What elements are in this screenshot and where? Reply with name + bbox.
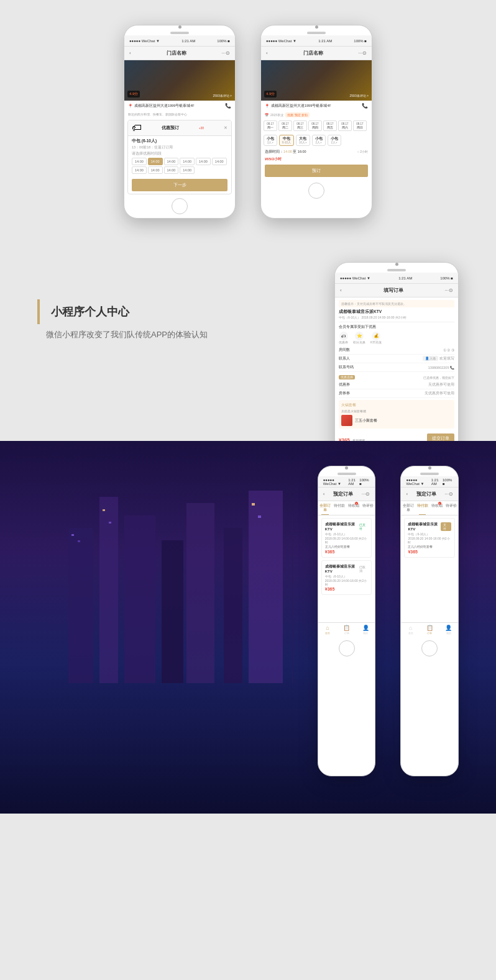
slot-6[interactable]: 14:00: [212, 158, 227, 165]
home-button-4[interactable]: [339, 640, 355, 656]
slot-5[interactable]: 14:00: [196, 158, 211, 165]
middle-text: 小程序个人中心 微信小程序改变了我们队传统APP的体验认知: [37, 262, 310, 340]
nav-title-1: 门店名称: [131, 50, 222, 57]
profile-label-left: 我的: [363, 632, 368, 635]
title-row: 小程序个人中心: [37, 299, 310, 324]
slot-2[interactable]: 14:00: [148, 158, 163, 165]
spacer-right: [401, 560, 458, 622]
slot-7[interactable]: 14:00: [132, 166, 147, 174]
svg-rect-7: [249, 491, 283, 683]
room-stepper[interactable]: ① ② ③: [443, 348, 454, 352]
next-button-1[interactable]: 下一步: [132, 179, 227, 191]
slot-10[interactable]: 14:00: [180, 166, 195, 174]
target-icon-1[interactable]: ⊙: [226, 50, 230, 56]
dialog-icon-1: 🏷: [132, 122, 142, 134]
dialog-close-1[interactable]: ✕: [224, 125, 227, 130]
home-button-2[interactable]: [308, 183, 324, 199]
pkg-tab-small1[interactable]: 小包2人+: [264, 135, 277, 146]
svg-rect-18: [109, 522, 111, 524]
status-bar-5: ●●●●● WeChat ▼ 1:21 AM 100% ■: [401, 476, 458, 488]
slot-4[interactable]: 14:00: [180, 158, 195, 165]
svg-rect-17: [103, 509, 105, 511]
speaker-2: [307, 32, 326, 34]
tab-pending-right[interactable]: 待付款: [415, 501, 429, 515]
tab-all-left[interactable]: 全部订单: [318, 501, 333, 515]
order-right-1-food: 正儿八经好吃套餐: [408, 545, 451, 548]
nav-order-left[interactable]: 📋 订单: [337, 625, 356, 635]
voucher-row: 房券券 无优惠房券可使用: [339, 389, 454, 398]
contact-row: 联系人 👤 入场 欢迎填写: [339, 355, 454, 363]
tab-waiting-left[interactable]: 待欢唱 ●: [347, 501, 361, 515]
slot-3[interactable]: 14:00: [164, 158, 179, 165]
target-icon-3[interactable]: ⊙: [449, 288, 453, 293]
date-tab-6[interactable]: 08.17周六: [338, 120, 352, 131]
more-icon-3[interactable]: ···: [444, 288, 449, 293]
tab-all-right[interactable]: 全部订单: [401, 501, 415, 515]
nav-profile-left[interactable]: 👤 我的: [356, 625, 375, 635]
nav-home-right[interactable]: ⌂ 首页: [401, 625, 420, 635]
slot-8[interactable]: 14:00: [148, 166, 163, 174]
tab-review-left[interactable]: 待评价: [361, 501, 375, 515]
promo-tag[interactable]: 优惠选择: [339, 375, 355, 379]
pkg-tab-small2[interactable]: 小包2人+: [312, 135, 326, 146]
book-button[interactable]: 预订: [265, 165, 368, 177]
dialog-body-1: 中包 (6-10人) 13：00前18：住返订订用 请选择优惠时间段 14:00…: [128, 136, 231, 194]
slot-9[interactable]: 14:00: [164, 166, 179, 174]
date-tab-1[interactable]: 08.17周一: [264, 120, 277, 131]
section-subtitle: 微信小程序改变了我们队传统APP的体验认知: [46, 329, 310, 340]
tab-pending-left[interactable]: 待付款: [333, 501, 347, 515]
phone-edit-icon[interactable]: 📞: [450, 366, 454, 370]
date-tab-3[interactable]: 08.17周三: [293, 120, 307, 131]
svg-rect-15: [71, 534, 74, 536]
signal-5: ●●●●● WeChat ▼: [406, 478, 431, 486]
nav-profile-right[interactable]: 👤 我的: [439, 625, 458, 635]
tab-waiting-right[interactable]: 待欢唱 ●: [429, 501, 444, 515]
kcoin-icon-item: 💰 K币充值: [370, 332, 382, 344]
date-tab-4[interactable]: 08.17周四: [308, 120, 322, 131]
more-icon-2[interactable]: ···: [358, 50, 362, 56]
nav-order-right[interactable]: 📋 订单: [420, 625, 439, 635]
camera-5: [428, 466, 431, 470]
nav-title-2: 门店名称: [268, 50, 359, 57]
home-button-5[interactable]: [421, 640, 438, 656]
hotpot-item-row: 三五小聚套餐: [341, 415, 452, 426]
date-tab-2[interactable]: 08.17周二: [278, 120, 292, 131]
address-row-2: 📍 成都高新区益州大道1999号银泰城4F 📞: [261, 101, 372, 111]
tags-1: 附近的西方料理、快餐车、新国际会客中心: [124, 111, 235, 117]
order-right-1-status[interactable]: 支付: [441, 522, 451, 531]
booking-dialog-1: 🏷 优惠预订 +38 ✕ 中包 (6-10人) 13：00前18：住返订订用 请…: [127, 120, 232, 194]
phone-icon-1[interactable]: 📞: [225, 103, 231, 109]
more-icon-4[interactable]: ···: [362, 491, 366, 497]
kcoin-label: K币充值: [370, 341, 382, 344]
pkg-tab-small3[interactable]: 小包2人+: [328, 135, 341, 146]
target-icon-5[interactable]: ⊙: [449, 491, 453, 497]
status-bar-3: ●●●●● WeChat ▼ 1:21 AM 100% ■: [335, 273, 458, 284]
status-bar-1: ●●●●● WeChat ▼ 1:21 AM 100% ■: [124, 35, 235, 47]
phone-icon-2[interactable]: 📞: [362, 103, 368, 109]
hotpot-section: 火锅套餐 后面是火锅套餐嗯 三五小聚套餐: [339, 400, 454, 429]
phone-4-order-list: ●●●●● WeChat ▼ 1:21 AM 100% ■ ‹ 预定订单 ···…: [318, 466, 376, 776]
contact-value: 👤 入场 欢迎填写: [423, 356, 454, 361]
bottom-section: ●●●●● WeChat ▼ 1:21 AM 100% ■ ‹ 预定订单 ···…: [0, 441, 496, 814]
contact-hint[interactable]: 欢迎填写: [439, 356, 454, 360]
date-tab-7[interactable]: 08.17周日: [353, 120, 367, 131]
time-2: 1:21 AM: [318, 39, 332, 43]
target-icon-4[interactable]: ⊙: [365, 491, 370, 497]
promo-label[interactable]: 优惠 预定 折扣: [285, 112, 310, 117]
target-icon-2[interactable]: ⊙: [362, 50, 367, 56]
nav-home-left[interactable]: ⌂ 首页: [318, 625, 338, 635]
more-icon-1[interactable]: ···: [221, 50, 226, 56]
home-button-1[interactable]: [172, 198, 188, 214]
time-slots-1: 14:00 14:00 14:00 14:00 14:00 14:00 14:0…: [132, 158, 227, 174]
package-tabs: 小包2人+ 中包6-10人 大包10人+ 小包2人+ 小包2人+: [261, 133, 372, 148]
more-icon-5[interactable]: ···: [444, 491, 449, 497]
slot-1[interactable]: 14:00: [132, 158, 147, 165]
home-label-left: 首页: [325, 632, 330, 635]
section-title: 小程序个人中心: [51, 304, 129, 319]
nav-bar-1: ‹ 门店名称 ··· ⊙: [124, 47, 235, 60]
date-tab-5[interactable]: 08.17周五: [323, 120, 337, 131]
pkg-tab-mid[interactable]: 中包6-10人: [279, 135, 294, 146]
home-icon-right: ⌂: [409, 625, 412, 631]
tab-review-right[interactable]: 待评价: [444, 501, 458, 515]
pkg-tab-large[interactable]: 大包10人+: [296, 135, 310, 146]
